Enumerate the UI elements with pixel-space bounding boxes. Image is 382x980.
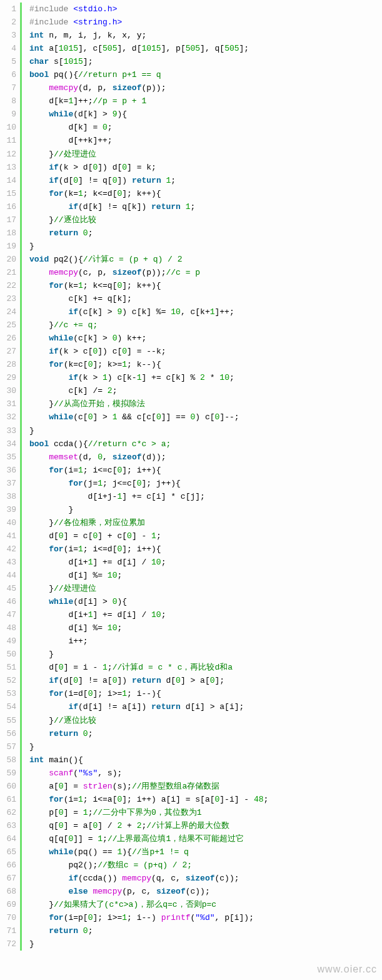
- code-line: for(i=1; i<=d[0]; i++){: [29, 543, 268, 556]
- code-line: scanf("%s", s);: [29, 767, 268, 780]
- line-number: 18: [3, 227, 16, 240]
- code-line: for(i=1; i<=a[0]; i++) a[i] = s[a[0]-i] …: [29, 793, 268, 806]
- code-line: while(c[k] > 0) k++;: [29, 332, 268, 345]
- code-line: return 0;: [29, 727, 268, 740]
- code-line: }//从高位开始，模拟除法: [29, 397, 268, 411]
- line-number: 12: [3, 148, 16, 161]
- line-number: 28: [3, 358, 16, 371]
- line-number: 39: [3, 503, 16, 516]
- line-number: 2: [3, 16, 16, 29]
- code-line: memset(d, 0, sizeof(d));: [29, 451, 268, 464]
- line-number-gutter: 1234567891011121314151617181920212223242…: [0, 3, 22, 951]
- line-number: 41: [3, 529, 16, 543]
- line-number: 30: [3, 384, 16, 397]
- line-number: 43: [3, 556, 16, 569]
- line-number: 50: [3, 648, 16, 661]
- code-line: if(d[i] != a[i]) return d[i] > a[i];: [29, 700, 268, 713]
- line-number: 47: [3, 608, 16, 621]
- line-number: 19: [3, 240, 16, 253]
- code-line: }: [29, 240, 268, 253]
- code-line: #include <string.h>: [29, 16, 268, 29]
- code-line: d[0] = c[0] + c[0] - 1;: [29, 529, 268, 543]
- line-number: 13: [3, 161, 16, 174]
- line-number: 70: [3, 911, 16, 924]
- code-line: d[i+1] += d[i] / 10;: [29, 608, 268, 621]
- code-line: return 0;: [29, 924, 268, 937]
- code-line: if(ccda()) memcpy(q, c, sizeof(c));: [29, 872, 268, 885]
- line-number: 15: [3, 187, 16, 200]
- line-number: 33: [3, 424, 16, 437]
- line-number: 3: [3, 29, 16, 42]
- line-number: 72: [3, 937, 16, 951]
- code-line: while(d[i] > 0){: [29, 595, 268, 608]
- code-line: }//处理进位: [29, 582, 268, 595]
- code-line: bool ccda(){//return c*c > a;: [29, 437, 268, 451]
- code-line: }//如果猜大了(c*c>a)，那么q=c，否则p=c: [29, 898, 268, 911]
- line-number: 42: [3, 543, 16, 556]
- code-line: for(i=p[0]; i>=1; i--) printf("%d", p[i]…: [29, 911, 268, 924]
- code-line: if(k > 1) c[k-1] += c[k] % 2 * 10;: [29, 371, 268, 384]
- code-line: if(k > c[0]) c[0] = --k;: [29, 345, 268, 358]
- line-number: 48: [3, 621, 16, 635]
- code-line: }//c += q;: [29, 319, 268, 332]
- line-number: 71: [3, 924, 16, 937]
- line-number: 16: [3, 200, 16, 213]
- line-number: 56: [3, 727, 16, 740]
- line-number: 24: [3, 305, 16, 319]
- code-line: i++;: [29, 635, 268, 648]
- line-number: 34: [3, 437, 16, 451]
- line-number: 45: [3, 582, 16, 595]
- code-line: d[i+j-1] += c[i] * c[j];: [29, 490, 268, 503]
- code-line: void pq2(){//计算c = (p + q) / 2: [29, 253, 268, 266]
- line-number: 65: [3, 845, 16, 859]
- line-number: 17: [3, 213, 16, 227]
- line-number: 26: [3, 332, 16, 345]
- code-line: pq2();//数组c = (p+q) / 2;: [29, 859, 268, 872]
- line-number: 27: [3, 345, 16, 358]
- code-line: for(k=c[0]; k>=1; k--){: [29, 358, 268, 371]
- line-number: 59: [3, 767, 16, 780]
- line-number: 22: [3, 279, 16, 292]
- line-number: 31: [3, 397, 16, 411]
- line-number: 29: [3, 371, 16, 384]
- line-number: 61: [3, 793, 16, 806]
- line-number: 20: [3, 253, 16, 266]
- line-number: 64: [3, 832, 16, 845]
- code-line: int n, m, i, j, k, x, y;: [29, 29, 268, 42]
- line-number: 9: [3, 108, 16, 121]
- code-line: }//处理进位: [29, 148, 268, 161]
- code-line: d[i] %= 10;: [29, 569, 268, 582]
- code-line: for(j=1; j<=c[0]; j++){: [29, 477, 268, 490]
- line-number: 10: [3, 121, 16, 134]
- line-number: 23: [3, 292, 16, 305]
- code-line: if(d[k] != q[k]) return 1;: [29, 200, 268, 213]
- code-content: #include <stdio.h>#include <string.h>int…: [22, 3, 268, 951]
- line-number: 66: [3, 859, 16, 872]
- code-line: }: [29, 937, 268, 951]
- code-line: memcpy(c, p, sizeof(p));//c = p: [29, 266, 268, 279]
- code-line: p[0] = 1;//二分中下界为0，其位数为1: [29, 806, 268, 819]
- line-number: 67: [3, 872, 16, 885]
- line-number: 49: [3, 635, 16, 648]
- code-line: for(i=d[0]; i>=1; i--){: [29, 687, 268, 700]
- line-number: 7: [3, 81, 16, 94]
- code-line: if(c[k] > 9) c[k] %= 10, c[k+1]++;: [29, 305, 268, 319]
- code-line: c[k] += q[k];: [29, 292, 268, 305]
- line-number: 57: [3, 740, 16, 753]
- line-number: 55: [3, 714, 16, 727]
- line-number: 54: [3, 700, 16, 713]
- line-number: 36: [3, 464, 16, 477]
- code-line: }//逐位比较: [29, 714, 268, 727]
- code-line: #include <stdio.h>: [29, 3, 268, 16]
- code-line: for(k=1; k<=d[0]; k++){: [29, 187, 268, 200]
- line-number: 68: [3, 885, 16, 898]
- code-line: int main(){: [29, 753, 268, 767]
- code-line: }: [29, 503, 268, 516]
- code-line: c[k] /= 2;: [29, 384, 268, 397]
- line-number: 38: [3, 490, 16, 503]
- code-line: if(d[0] != a[0]) return d[0] > a[0];: [29, 674, 268, 687]
- line-number: 51: [3, 661, 16, 674]
- line-number: 8: [3, 94, 16, 108]
- line-number: 62: [3, 806, 16, 819]
- code-line: }//各位相乘，对应位累加: [29, 516, 268, 529]
